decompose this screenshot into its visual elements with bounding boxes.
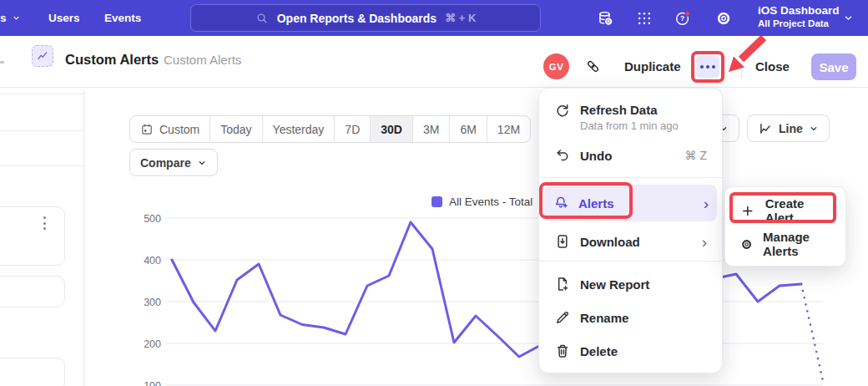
date-range-label: Custom (159, 123, 199, 136)
date-range-today[interactable]: Today (210, 116, 262, 142)
search-input[interactable]: Open Reports & Dashboards ⌘ + K (190, 4, 541, 32)
alerts-submenu: Create Alert Manage Alerts (724, 186, 846, 267)
chevron-down-icon[interactable] (843, 13, 854, 23)
duplicate-button[interactable]: Duplicate (624, 59, 681, 74)
menu-item-undo[interactable]: Undo ⌘ Z (546, 139, 715, 172)
menu-item-delete[interactable]: Delete (546, 334, 715, 368)
sidebar-card[interactable] (0, 358, 65, 386)
clipped-edge-fragment (0, 61, 4, 63)
top-navigation: s Users Events Open Reports & Dashboards… (0, 0, 868, 36)
date-range-custom[interactable]: Custom (130, 116, 210, 142)
data-management-icon[interactable] (597, 10, 613, 27)
date-range-7d[interactable]: 7D (335, 116, 371, 142)
bell-plus-icon (553, 195, 569, 211)
menu-item-alerts[interactable]: Alerts › (544, 185, 717, 221)
header-divider (741, 56, 742, 78)
menu-item-new-report[interactable]: New Report (546, 267, 715, 301)
svg-text:?: ? (680, 14, 684, 23)
plus-icon (740, 203, 755, 219)
submenu-arrow-icon: › (702, 234, 707, 250)
chart-legend[interactable]: All Events - Total (431, 196, 532, 208)
settings-gear-icon[interactable] (715, 10, 732, 27)
menu-divider (539, 177, 722, 178)
calendar-icon (140, 123, 154, 136)
app-window: 500400300200100 Custom Today Yesterday 7… (0, 0, 868, 386)
search-shortcut: ⌘ + K (445, 12, 476, 24)
chevron-down-icon (12, 13, 21, 23)
date-range-yesterday[interactable]: Yesterday (263, 116, 336, 142)
new-report-icon (554, 276, 571, 292)
content-divider (83, 90, 84, 386)
legend-label: All Events - Total (449, 196, 532, 208)
submenu-arrow-icon: › (704, 196, 709, 211)
project-selector[interactable]: iOS Dashboard All Project Data (758, 4, 840, 29)
shortcut-hint: ⌘ Z (685, 149, 707, 162)
compare-button[interactable]: Compare (129, 149, 218, 176)
chevron-down-icon (197, 158, 207, 168)
nav-item-users[interactable]: Users (48, 0, 80, 36)
kebab-menu-icon[interactable] (43, 216, 46, 230)
svg-text:100: 100 (144, 380, 161, 386)
svg-text:200: 200 (144, 338, 161, 350)
refresh-icon (554, 103, 571, 119)
avatar[interactable]: GV (543, 53, 569, 79)
menu-item-label: Refresh Data (580, 103, 679, 117)
pencil-icon (554, 309, 571, 326)
line-chart-icon (36, 49, 49, 63)
menu-item-rename[interactable]: Rename (546, 301, 715, 334)
more-options-button[interactable] (696, 56, 719, 78)
sidebar-card[interactable] (0, 206, 65, 266)
download-file-icon (554, 233, 571, 250)
save-button[interactable]: Save (811, 53, 856, 80)
menu-item-refresh-data[interactable]: Refresh Data Data from 1 min ago (546, 95, 715, 139)
nav-item-truncated[interactable]: s (0, 0, 21, 36)
report-chart-icon (32, 45, 53, 67)
project-scope: All Project Data (758, 18, 840, 29)
search-icon (255, 12, 269, 25)
date-range-12m[interactable]: 12M (487, 116, 530, 142)
apps-grid-icon[interactable] (636, 10, 653, 27)
sidebar-divider (0, 130, 83, 131)
date-range-6m[interactable]: 6M (450, 116, 487, 142)
trash-icon (554, 343, 571, 359)
menu-divider (539, 261, 722, 262)
svg-text:400: 400 (144, 255, 161, 267)
context-menu: Refresh Data Data from 1 min ago Undo ⌘ … (538, 88, 723, 373)
submenu-item-create-alert[interactable]: Create Alert (730, 194, 840, 227)
date-range-control: Custom Today Yesterday 7D 30D 3M 6M 12M (129, 115, 531, 143)
share-link-icon[interactable] (585, 58, 601, 74)
svg-text:300: 300 (144, 297, 161, 308)
report-header: Custom Alerts Custom Alerts GV Duplicate… (0, 36, 868, 88)
undo-icon (554, 147, 571, 164)
chart-type-button[interactable]: Line (747, 114, 830, 142)
date-range-3m[interactable]: 3M (413, 116, 450, 142)
page-title: Custom Alerts (65, 52, 159, 68)
sidebar-card[interactable] (0, 276, 65, 307)
sidebar-divider (0, 165, 83, 166)
date-range-30d-selected[interactable]: 30D (371, 116, 413, 142)
close-button[interactable]: Close (755, 59, 790, 74)
menu-item-download[interactable]: Download › (546, 225, 715, 258)
sidebar-divider (0, 94, 83, 94)
submenu-item-manage-alerts[interactable]: Manage Alerts (730, 227, 840, 261)
search-placeholder: Open Reports & Dashboards (277, 12, 437, 25)
help-icon[interactable]: ? (674, 10, 691, 27)
nav-item-events[interactable]: Events (104, 0, 141, 36)
legend-swatch (431, 196, 442, 207)
chevron-down-icon (809, 124, 819, 134)
dashboard-name: iOS Dashboard (758, 4, 840, 18)
breadcrumb: Custom Alerts (164, 53, 241, 67)
menu-item-sublabel: Data from 1 min ago (580, 119, 679, 132)
svg-text:500: 500 (144, 213, 161, 225)
line-chart-icon (758, 121, 773, 136)
gear-icon (740, 236, 753, 252)
